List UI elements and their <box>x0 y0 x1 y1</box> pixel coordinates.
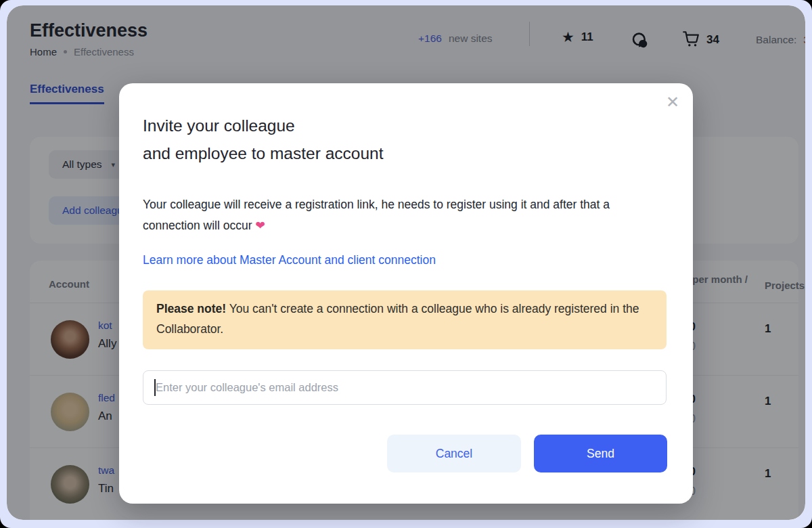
window-frame: Effectiveness Home Effectiveness +166 ne… <box>0 0 812 528</box>
learn-more-link[interactable]: Learn more about Master Account and clie… <box>143 253 436 267</box>
modal-title-line1: Invite your colleague <box>143 112 383 139</box>
note-banner-title: Please note! <box>156 302 226 315</box>
note-banner: Please note! You can't create a connecti… <box>143 290 667 349</box>
email-field[interactable] <box>143 370 667 405</box>
modal-title-line2: and employee to master account <box>143 139 383 167</box>
modal-description: Your colleague will receive a registrati… <box>143 194 657 236</box>
email-field-wrapper <box>143 370 667 405</box>
close-icon[interactable]: ✕ <box>666 93 679 112</box>
note-banner-text: You can't create a connection with a col… <box>156 302 639 336</box>
send-button[interactable]: Send <box>534 435 667 472</box>
modal-title: Invite your colleague and employee to ma… <box>143 112 383 167</box>
modal-description-text: Your colleague will receive a registrati… <box>143 198 610 232</box>
text-caret <box>154 379 156 396</box>
cancel-button[interactable]: Cancel <box>387 435 521 472</box>
invite-colleague-modal: ✕ Invite your colleague and employee to … <box>119 83 693 504</box>
hearts-emoji: ❤ <box>255 219 265 232</box>
